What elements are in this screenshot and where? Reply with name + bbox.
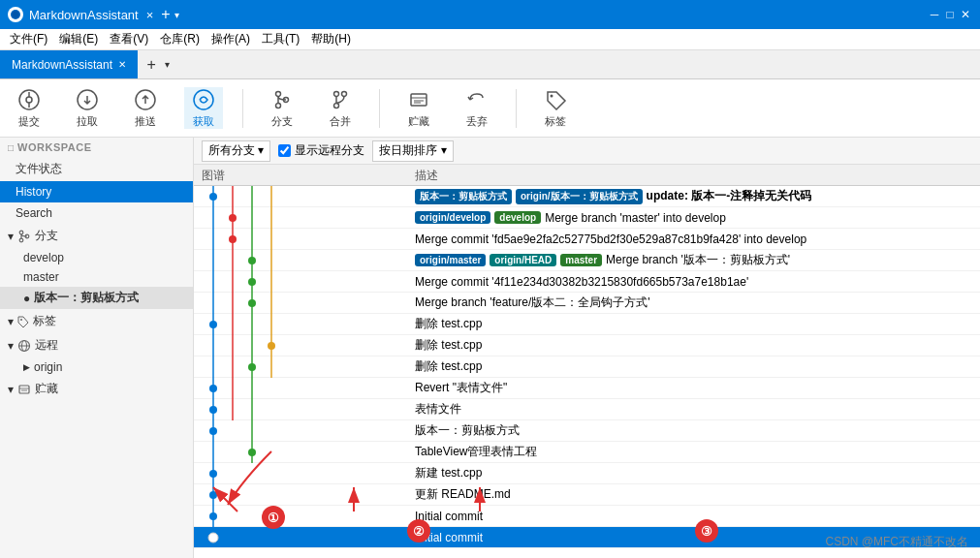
commit-msg: Merge branch '版本一：剪贴板方式' xyxy=(606,252,790,268)
remote-origin-label: origin xyxy=(34,360,62,374)
stash-section-label: 贮藏 xyxy=(35,381,58,397)
tab-close-btn[interactable]: ✕ xyxy=(118,59,126,70)
commit-msg: Revert "表情文件" xyxy=(415,380,507,396)
tag-section-label: 标签 xyxy=(33,313,56,329)
branch-develop-label: develop xyxy=(23,251,64,264)
menu-help[interactable]: 帮助(H) xyxy=(305,29,357,49)
window-minimize[interactable]: ─ xyxy=(928,8,941,21)
commit-msg: 表情文件 xyxy=(415,401,461,418)
commit-row[interactable]: 表情文件 xyxy=(194,399,980,420)
menu-repo[interactable]: 仓库(R) xyxy=(154,29,205,49)
commit-msg: 版本一：剪贴板方式 xyxy=(415,422,520,439)
toolbar-commit[interactable]: 提交 xyxy=(10,87,48,129)
commit-row[interactable]: Merge commit '4f11e234d30382b3215830fd66… xyxy=(194,271,980,293)
commit-row[interactable]: 删除 test.cpp xyxy=(194,335,980,356)
tab-bar: MarkdownAssistant ✕ + ▾ xyxy=(0,50,980,79)
toolbar-tag[interactable]: 标签 xyxy=(536,87,575,129)
tab-title: MarkdownAssistant xyxy=(12,58,112,72)
commit-graph-cell xyxy=(194,250,407,271)
commit-graph-cell xyxy=(194,335,407,356)
tab-add[interactable]: + xyxy=(161,6,170,23)
commit-row[interactable]: 更新 README.md xyxy=(194,484,980,506)
commit-desc-cell: origin/develop develop Merge branch 'mas… xyxy=(407,211,980,225)
sort-dropdown[interactable]: 按日期排序 ▾ xyxy=(372,140,453,162)
app-name: MarkdownAssistant xyxy=(29,8,139,22)
toolbar-merge[interactable]: 合并 xyxy=(321,87,360,129)
branch-master-label: master xyxy=(23,270,59,284)
stash-section-icon xyxy=(17,383,31,396)
menu-tools[interactable]: 工具(T) xyxy=(256,29,305,49)
branch-badge: origin/master xyxy=(415,254,486,266)
commit-desc-cell: Merge commit '4f11e234d30382b3215830fd66… xyxy=(407,275,980,289)
toolbar-push[interactable]: 推送 xyxy=(126,87,165,129)
commit-msg: 删除 test.cpp xyxy=(415,337,482,354)
new-tab-button[interactable]: + xyxy=(138,51,165,78)
pull-icon xyxy=(75,87,100,112)
commit-row[interactable]: Merge branch 'feature/版本二：全局钩子方式' xyxy=(194,293,980,314)
menu-bar: 文件(F) 编辑(E) 查看(V) 仓库(R) 操作(A) 工具(T) 帮助(H… xyxy=(0,29,980,50)
toolbar-stash[interactable]: 贮藏 xyxy=(399,87,438,129)
discard-icon xyxy=(464,87,490,112)
sidebar-search[interactable]: Search xyxy=(0,202,193,224)
commit-table-header: 图谱 描述 xyxy=(194,165,980,186)
svg-point-42 xyxy=(229,235,237,243)
pull-label: 拉取 xyxy=(77,114,98,129)
tag-section-header[interactable]: ▾ 标签 xyxy=(0,309,193,333)
commit-graph-cell xyxy=(194,420,407,442)
branch-collapse-icon: ▾ xyxy=(8,230,14,243)
stash-section-header[interactable]: ▾ 贮藏 xyxy=(0,377,193,401)
toolbar-pull[interactable]: 拉取 xyxy=(68,87,107,129)
commit-row[interactable]: Merge commit 'fd5ae9e2fa2c52775bd2f30e52… xyxy=(194,229,980,250)
desc-header: 描述 xyxy=(407,165,980,185)
show-remote-label[interactable]: 显示远程分支 xyxy=(278,142,364,159)
commit-row[interactable]: 版本一：剪贴板方式 origin/版本一：剪贴板方式 update: 版本一-注… xyxy=(194,186,980,207)
commit-row[interactable]: TableView管理表情工程 xyxy=(194,442,980,463)
menu-edit[interactable]: 编辑(E) xyxy=(53,29,104,49)
branch-clipboard[interactable]: ● 版本一：剪贴板方式 xyxy=(0,287,193,309)
current-icon: ● xyxy=(23,292,30,305)
sidebar-file-status[interactable]: 文件状态 xyxy=(0,157,193,181)
commit-row[interactable]: 新建 test.cpp xyxy=(194,463,980,484)
remote-section-header[interactable]: ▾ 远程 xyxy=(0,333,193,357)
svg-point-32 xyxy=(209,193,217,201)
branch-develop[interactable]: develop xyxy=(0,248,193,267)
commit-desc-cell: Initial commit xyxy=(407,510,980,523)
branch-filter-dropdown[interactable]: 所有分支 ▾ xyxy=(202,140,270,162)
tab-add-arrow[interactable]: ▾ xyxy=(174,10,179,20)
commit-row[interactable]: origin/master origin/HEAD master Merge b… xyxy=(194,250,980,271)
commit-row[interactable]: Initial commit xyxy=(194,506,980,527)
toolbar-sep-3 xyxy=(516,89,517,128)
commit-msg: Merge commit 'fd5ae9e2fa2c52775bd2f30e52… xyxy=(415,232,806,246)
commit-row[interactable]: 版本一：剪贴板方式 xyxy=(194,420,980,442)
workspace-icon: □ xyxy=(8,142,15,153)
branch-section-header[interactable]: ▾ 分支 xyxy=(0,224,193,248)
show-remote-checkbox[interactable] xyxy=(278,144,291,157)
sort-label: 按日期排序 ▾ xyxy=(379,142,446,159)
commit-desc-cell: Merge commit 'fd5ae9e2fa2c52775bd2f30e52… xyxy=(407,232,980,246)
workspace-label: WORKSPACE xyxy=(17,141,91,153)
commit-desc-cell: 删除 test.cpp xyxy=(407,337,980,354)
commit-row[interactable]: 删除 test.cpp xyxy=(194,314,980,335)
commit-row[interactable]: 删除 test.cpp xyxy=(194,356,980,378)
commit-desc-cell: Revert "表情文件" xyxy=(407,380,980,396)
new-tab-arrow[interactable]: ▾ xyxy=(165,59,170,70)
menu-view[interactable]: 查看(V) xyxy=(104,29,154,49)
toolbar-fetch[interactable]: 获取 xyxy=(184,87,223,129)
menu-action[interactable]: 操作(A) xyxy=(205,29,256,49)
toolbar-branch[interactable]: 分支 xyxy=(263,87,301,129)
svg-point-76 xyxy=(209,385,217,392)
commit-row[interactable]: Revert "表情文件" xyxy=(194,378,980,399)
window-maximize[interactable]: □ xyxy=(943,8,957,21)
branch-master[interactable]: master xyxy=(0,267,193,287)
show-remote-text: 显示远程分支 xyxy=(295,142,364,159)
menu-file[interactable]: 文件(F) xyxy=(4,29,53,49)
commit-table: 图谱 描述 版本一：剪贴板方式 origin/版本一：剪贴 xyxy=(194,165,980,558)
remote-origin[interactable]: ▶ origin xyxy=(0,357,193,377)
toolbar-discard[interactable]: 丢弃 xyxy=(458,87,496,129)
commit-row[interactable]: origin/develop develop Merge branch 'mas… xyxy=(194,207,980,229)
active-tab[interactable]: MarkdownAssistant ✕ xyxy=(0,50,138,78)
sidebar-history[interactable]: History xyxy=(0,181,193,202)
window-close[interactable]: ✕ xyxy=(959,8,972,21)
tab-close[interactable]: × xyxy=(146,8,154,22)
branch-clipboard-label: 版本一：剪贴板方式 xyxy=(34,290,139,306)
